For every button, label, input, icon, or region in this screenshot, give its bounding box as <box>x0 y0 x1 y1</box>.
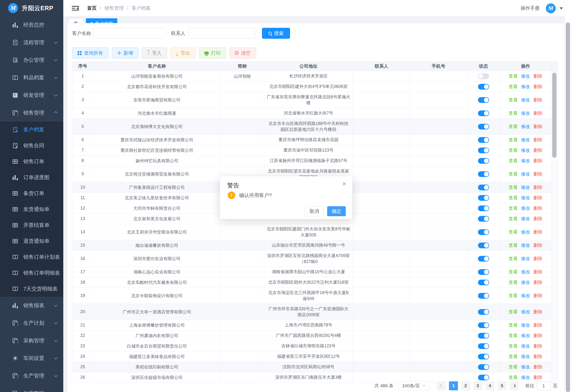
sidebar-item-invoice-settlement[interactable]: 开票结算单 <box>0 217 63 233</box>
sidebar-item-process-mgmt[interactable]: 流程管理 <box>0 34 63 51</box>
delete-link[interactable]: 删除 <box>533 195 542 200</box>
edit-link[interactable]: 修改 <box>521 323 530 328</box>
status-toggle[interactable] <box>478 243 489 248</box>
prev-page-button[interactable] <box>437 381 446 390</box>
collapse-sidebar-icon[interactable] <box>72 5 79 11</box>
status-toggle[interactable] <box>478 171 489 177</box>
status-toggle[interactable] <box>478 354 489 359</box>
view-link[interactable]: 查看 <box>509 256 518 261</box>
status-toggle[interactable] <box>478 124 489 129</box>
status-toggle[interactable] <box>478 256 489 262</box>
edit-link[interactable]: 修改 <box>521 364 530 369</box>
view-link[interactable]: 查看 <box>509 309 518 314</box>
status-toggle[interactable] <box>478 216 489 222</box>
edit-link[interactable]: 修改 <box>521 124 530 129</box>
sidebar-item-sales-order[interactable]: 销售订单 <box>0 154 63 169</box>
edit-link[interactable]: 修改 <box>521 111 530 116</box>
status-toggle[interactable] <box>478 375 489 380</box>
delete-link[interactable]: 删除 <box>533 111 542 116</box>
sidebar-item-sales-contract[interactable]: 销售合同 <box>0 138 63 154</box>
page-button-5[interactable]: 5 <box>497 381 507 390</box>
sidebar-item-production-mgmt[interactable]: 生产管理 <box>0 367 63 385</box>
view-link[interactable]: 查看 <box>509 243 518 248</box>
edit-link[interactable]: 修改 <box>521 216 530 221</box>
status-toggle[interactable] <box>478 343 489 349</box>
edit-link[interactable]: 修改 <box>521 309 530 314</box>
status-toggle[interactable] <box>478 333 489 338</box>
avatar[interactable]: M <box>546 3 556 13</box>
edit-link[interactable]: 修改 <box>521 171 530 177</box>
edit-link[interactable]: 修改 <box>521 137 530 142</box>
edit-link[interactable]: 修改 <box>521 229 530 235</box>
status-toggle[interactable] <box>478 158 489 164</box>
edit-link[interactable]: 修改 <box>521 344 530 349</box>
edit-link[interactable]: 修改 <box>521 98 530 102</box>
view-link[interactable]: 查看 <box>509 216 518 221</box>
delete-link[interactable]: 删除 <box>533 309 542 314</box>
sidebar-item-sales-order-detail[interactable]: 销售订单明细表 <box>0 265 63 281</box>
delete-link[interactable]: 删除 <box>533 84 542 89</box>
delete-link[interactable]: 删除 <box>533 293 542 298</box>
delete-link[interactable]: 删除 <box>533 375 542 380</box>
status-toggle[interactable] <box>478 195 489 201</box>
view-link[interactable]: 查看 <box>509 280 518 285</box>
status-toggle[interactable] <box>478 280 489 285</box>
delete-link[interactable]: 删除 <box>533 124 542 129</box>
view-link[interactable]: 查看 <box>509 293 518 298</box>
sidebar-item-shipping-notice[interactable]: 发货通知单 <box>0 201 63 217</box>
sidebar-item-customer-archive[interactable]: 客户档案 <box>0 122 63 138</box>
sidebar-item-rd-mgmt[interactable]: 研发管理 <box>0 86 63 104</box>
view-link[interactable]: 查看 <box>509 137 518 142</box>
sidebar-item-sales-mgmt[interactable]: 销售管理 <box>0 104 63 122</box>
view-link[interactable]: 查看 <box>509 375 518 380</box>
next-page-button[interactable] <box>510 381 519 390</box>
view-link[interactable]: 查看 <box>509 229 518 235</box>
view-link[interactable]: 查看 <box>509 185 518 190</box>
view-link[interactable]: 查看 <box>509 74 518 79</box>
delete-link[interactable]: 删除 <box>533 216 542 221</box>
view-link[interactable]: 查看 <box>509 344 518 349</box>
clear-button[interactable]: 清空 <box>229 47 256 58</box>
delete-link[interactable]: 删除 <box>533 148 542 153</box>
view-link[interactable]: 查看 <box>509 111 518 116</box>
page-button-2[interactable]: 2 <box>461 381 470 390</box>
delete-link[interactable]: 删除 <box>533 364 542 369</box>
status-toggle[interactable] <box>478 293 489 299</box>
search-button[interactable]: 搜索 <box>262 28 290 39</box>
status-toggle[interactable] <box>478 206 489 211</box>
delete-link[interactable]: 删除 <box>533 74 542 79</box>
status-toggle[interactable] <box>478 97 489 103</box>
sidebar-item-workshop-settings[interactable]: 车间设置 <box>0 350 63 367</box>
cancel-button[interactable]: 取消 <box>305 206 324 216</box>
view-link[interactable]: 查看 <box>509 364 518 369</box>
edit-link[interactable]: 修改 <box>521 293 530 298</box>
add-button[interactable]: 新增 <box>112 47 138 58</box>
delete-link[interactable]: 删除 <box>533 333 542 338</box>
customer-name-input[interactable] <box>93 28 166 39</box>
delete-link[interactable]: 删除 <box>533 158 542 163</box>
view-link[interactable]: 查看 <box>509 171 518 177</box>
status-toggle[interactable] <box>478 229 489 235</box>
delete-link[interactable]: 删除 <box>533 323 542 328</box>
sidebar-item-sales-report[interactable]: 销售报表 <box>0 297 63 314</box>
status-toggle[interactable] <box>478 111 489 116</box>
sidebar-item-sales-order-plan[interactable]: 销售订单计划表 <box>0 249 63 265</box>
view-link[interactable]: 查看 <box>509 354 518 359</box>
sidebar-item-stock-order[interactable]: 备货订单 <box>0 185 63 201</box>
page-size-select[interactable]: 100条/页 <box>398 381 429 391</box>
goto-page-input[interactable] <box>537 381 551 390</box>
sidebar-item-return-notice[interactable]: 退货通知单 <box>0 233 63 249</box>
query-all-button[interactable]: 查询所有 <box>72 47 108 58</box>
sidebar-item-materials-archive[interactable]: 料品档案 <box>0 69 63 86</box>
status-toggle[interactable] <box>478 73 489 79</box>
status-toggle[interactable] <box>478 148 489 153</box>
edit-link[interactable]: 修改 <box>521 206 530 211</box>
import-button[interactable]: ↑导入 <box>142 47 167 58</box>
view-link[interactable]: 查看 <box>509 158 518 163</box>
delete-link[interactable]: 删除 <box>533 269 542 274</box>
sidebar-item-dashboard[interactable]: 经营总控 <box>0 16 63 34</box>
status-toggle[interactable] <box>478 185 489 190</box>
edit-link[interactable]: 修改 <box>521 185 530 190</box>
chevron-down-icon[interactable] <box>560 7 563 11</box>
sidebar-item-purchase-mgmt[interactable]: 采购管理 <box>0 332 63 350</box>
